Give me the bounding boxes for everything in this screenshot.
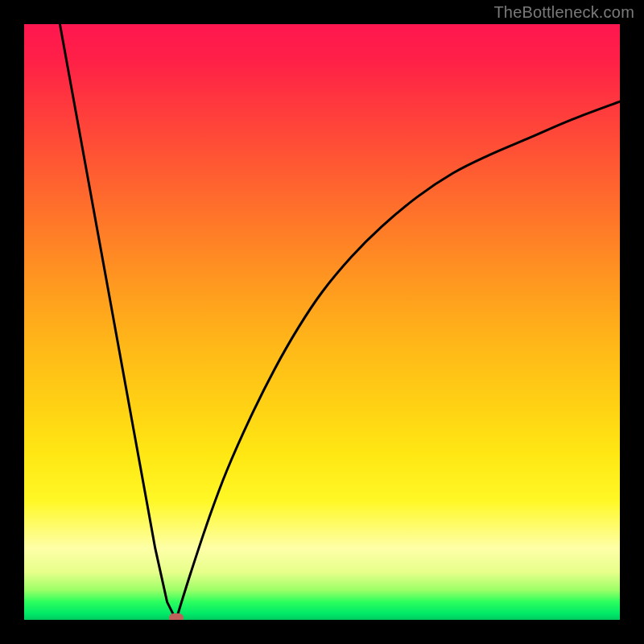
curve-left-branch xyxy=(60,24,175,620)
curve-right-branch xyxy=(176,101,620,620)
minimum-marker xyxy=(169,613,184,620)
bottleneck-curve xyxy=(24,24,620,620)
chart-frame: TheBottleneck.com xyxy=(0,0,644,644)
watermark-text: TheBottleneck.com xyxy=(493,3,634,22)
plot-area xyxy=(24,24,620,620)
